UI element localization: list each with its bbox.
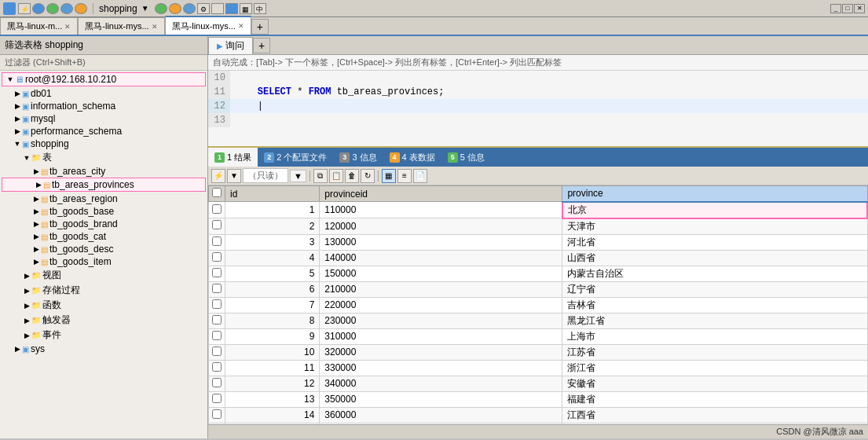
table-row[interactable]: 5150000内蒙古自治区 — [209, 266, 868, 281]
row-checkbox-cell[interactable] — [209, 391, 225, 407]
table-row[interactable]: 12340000安徽省 — [209, 376, 868, 391]
tree-item-tb-areas-city[interactable]: ▶ ▤ tb_areas_city — [0, 165, 207, 178]
sidebar-filter[interactable]: 过滤器 (Ctrl+Shift+B) — [0, 55, 207, 71]
nav-icon-6[interactable] — [225, 3, 238, 14]
tab-add-button[interactable]: + — [251, 19, 269, 35]
minimize-button[interactable]: _ — [830, 4, 841, 13]
toolbar-icon-3[interactable] — [46, 3, 59, 14]
row-checkbox[interactable] — [212, 346, 222, 356]
row-checkbox[interactable] — [212, 362, 222, 372]
table-row[interactable]: 8230000黑龙江省 — [209, 313, 868, 328]
select-all-checkbox[interactable] — [212, 188, 222, 197]
nav-icon-1[interactable] — [155, 3, 167, 14]
table-row[interactable]: 4140000山西省 — [209, 250, 868, 266]
row-checkbox[interactable] — [212, 236, 222, 246]
tree-item-mysql[interactable]: ▶ ▣ mysql — [0, 112, 207, 125]
row-checkbox-cell[interactable] — [209, 250, 225, 266]
tab-2[interactable]: 黑马-linux-mys... ✕ — [78, 17, 164, 35]
result-tab-2[interactable]: 2 2 个配置文件 — [258, 148, 333, 167]
col-header-provinceid[interactable]: provinceid — [320, 186, 562, 202]
result-tab-3[interactable]: 3 3 信息 — [333, 148, 383, 167]
row-checkbox[interactable] — [212, 204, 222, 214]
tree-item-tb-goods-item[interactable]: ▶ ▤ tb_goods_item — [0, 255, 207, 268]
toolbar-icon-5[interactable] — [75, 3, 87, 14]
tab-1-close[interactable]: ✕ — [64, 23, 71, 31]
toolbar-form-icon[interactable]: 📄 — [413, 169, 427, 183]
row-checkbox-cell[interactable] — [209, 202, 225, 218]
expander-views[interactable]: ▶ — [22, 272, 31, 280]
table-row[interactable]: 9310000上海市 — [209, 328, 868, 344]
row-checkbox-cell[interactable] — [209, 376, 225, 391]
tree-item-tb-areas-provinces[interactable]: ▶ ▤ tb_areas_provinces — [2, 178, 206, 192]
query-tab-add-button[interactable]: + — [253, 38, 270, 53]
toolbar-icon-1[interactable]: ⚡ — [18, 3, 31, 14]
row-checkbox-cell[interactable] — [209, 281, 225, 297]
row-checkbox[interactable] — [212, 268, 222, 277]
toolbar-settings-icon[interactable]: ▼ — [227, 169, 241, 183]
expander-goods-brand[interactable]: ▶ — [31, 220, 41, 228]
table-row[interactable]: 14360000江西省 — [209, 407, 868, 423]
tree-item-views[interactable]: ▶ 📁 视图 — [0, 268, 207, 283]
toolbar-grid-icon[interactable]: ▦ — [382, 169, 396, 183]
row-checkbox-cell[interactable] — [209, 360, 225, 376]
toolbar-icon-2[interactable] — [32, 3, 45, 14]
expander-region[interactable]: ▶ — [31, 195, 41, 203]
expander-goods-desc[interactable]: ▶ — [31, 245, 41, 253]
row-checkbox-cell[interactable] — [209, 266, 225, 281]
row-checkbox[interactable] — [212, 299, 222, 309]
table-row[interactable]: 1110000北京 — [209, 202, 868, 218]
col-header-id[interactable]: id — [225, 186, 320, 202]
tree-item-tables-folder[interactable]: ▼ 📁 表 — [0, 150, 207, 165]
tab-3[interactable]: 黑马-linux-mys... ✕ — [165, 16, 251, 35]
table-row[interactable]: 3130000河北省 — [209, 234, 868, 250]
code-area[interactable]: 10 11 SELECT * FROM tb_areas_provinces; … — [208, 71, 868, 148]
tab-1[interactable]: 黑马-linux-m... ✕ — [0, 17, 78, 35]
title-dropdown[interactable]: ▼ — [141, 4, 149, 13]
row-checkbox[interactable] — [212, 331, 222, 340]
expander-functions[interactable]: ▶ — [22, 302, 31, 310]
query-tab-main[interactable]: ▶ 询问 — [208, 37, 253, 54]
tree-item-tb-goods-brand[interactable]: ▶ ▤ tb_goods_brand — [0, 218, 207, 230]
row-checkbox-cell[interactable] — [209, 313, 225, 328]
maximize-button[interactable]: □ — [842, 4, 853, 13]
row-checkbox[interactable] — [212, 409, 222, 419]
expander-stored-procs[interactable]: ▶ — [22, 287, 31, 295]
table-row[interactable]: 11330000浙江省 — [209, 360, 868, 376]
row-checkbox[interactable] — [212, 378, 222, 387]
toolbar-refresh-icon[interactable]: ↻ — [361, 169, 375, 183]
tree-item-stored-procs[interactable]: ▶ 📁 存储过程 — [0, 283, 207, 298]
nav-icon-5[interactable] — [211, 3, 224, 14]
table-row[interactable]: 13350000福建省 — [209, 391, 868, 407]
tree-item-shopping[interactable]: ▼ ▣ shopping — [0, 138, 207, 150]
tree-item-db01[interactable]: ▶ ▣ db01 — [0, 87, 207, 100]
toolbar-paste-icon[interactable]: 📋 — [329, 169, 343, 183]
expander-tables[interactable]: ▼ — [22, 154, 31, 162]
tree-item-sys[interactable]: ▶ ▣ sys — [0, 343, 207, 355]
expander-events[interactable]: ▶ — [22, 332, 31, 339]
expander-root[interactable]: ▼ — [5, 75, 15, 83]
tab-3-close[interactable]: ✕ — [238, 22, 244, 30]
row-checkbox[interactable] — [212, 284, 222, 293]
expander-sys[interactable]: ▶ — [13, 345, 22, 353]
nav-icon-8[interactable]: 中 — [254, 3, 266, 14]
nav-icon-3[interactable] — [183, 3, 196, 14]
expander-db01[interactable]: ▶ — [13, 90, 22, 97]
toolbar-delete-icon[interactable]: 🗑 — [345, 169, 359, 183]
row-checkbox-cell[interactable] — [209, 234, 225, 250]
expander-perf[interactable]: ▶ — [13, 127, 22, 135]
close-button[interactable]: ✕ — [854, 4, 865, 13]
table-row[interactable]: 6210000辽宁省 — [209, 281, 868, 297]
col-header-province[interactable]: province — [562, 186, 867, 202]
readonly-dropdown[interactable]: ▼ — [290, 170, 306, 182]
toolbar-list-icon[interactable]: ≡ — [397, 169, 412, 183]
toolbar-copy-icon[interactable]: ⧉ — [313, 169, 328, 183]
row-checkbox[interactable] — [212, 315, 222, 324]
tree-item-root[interactable]: ▼ 🖥 root@192.168.10.210 — [2, 72, 206, 86]
toolbar-filter-icon[interactable]: ⚡ — [211, 169, 225, 183]
toolbar-icon-4[interactable] — [60, 3, 73, 14]
row-checkbox[interactable] — [212, 252, 222, 262]
result-tab-4[interactable]: 4 4 表数据 — [383, 148, 441, 167]
tree-item-events[interactable]: ▶ 📁 事件 — [0, 328, 207, 343]
row-checkbox[interactable] — [212, 220, 222, 229]
expander-info[interactable]: ▶ — [13, 102, 22, 110]
